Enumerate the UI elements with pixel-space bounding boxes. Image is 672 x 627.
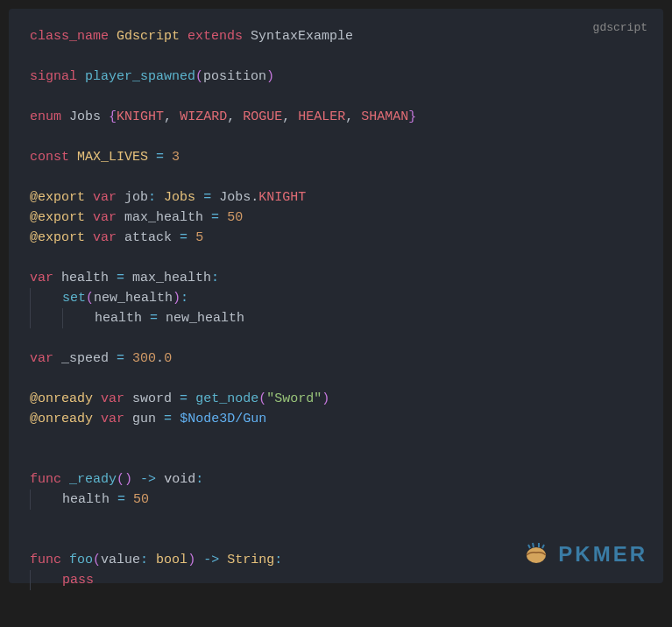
code-line-empty [30,328,642,349]
keyword-var: var [93,230,117,245]
keyword-var: var [93,210,117,225]
string: "Sword" [266,391,322,406]
code-line: pass [30,570,642,590]
var-ref: health [62,492,110,507]
enum-value: ROGUE [243,109,282,124]
paren: ( [258,391,266,406]
keyword-var: var [101,412,124,426]
enum-name: Jobs [69,109,101,124]
signal-name: player_spawned [85,69,195,84]
keyword-enum: enum [30,109,61,124]
keyword-signal: signal [30,69,77,84]
code-line-empty [30,46,642,67]
indent-guide [30,570,62,590]
var-name: attack [124,230,172,245]
operator-eq: = [117,492,125,507]
constant-name: MAX_LIVES [77,150,148,165]
paren: ) [124,472,132,487]
svg-line-4 [542,545,544,548]
param: new_health [94,291,173,306]
code-line-empty [30,167,642,187]
code-line-empty [30,248,642,268]
code-line: enum Jobs {KNIGHT, WIZARD, ROGUE, HEALER… [30,107,642,127]
indent-guide [30,288,62,308]
code-line: var _speed = 300.0 [30,349,642,369]
paren: ) [173,291,180,306]
paren: ) [266,69,274,84]
code-line-empty [30,429,642,449]
var-ref: health [95,311,142,326]
code-line-empty [30,127,642,147]
code-line: @export var attack = 5 [30,228,642,248]
enum-value: WIZARD [180,109,227,124]
annotation-export: @export [30,210,85,225]
colon: : [180,291,188,306]
class-name: Gdscript [117,29,180,44]
indent-guide [30,308,62,328]
var-name: sword [132,391,172,406]
keyword-var: var [93,190,117,205]
code-line: @export var job: Jobs = Jobs.KNIGHT [30,187,642,208]
number: 0 [164,351,172,366]
keyword-const: const [30,150,69,165]
code-line: func _ready() -> void: [30,469,642,490]
number: 50 [227,210,243,225]
arrow: -> [203,553,219,567]
base-class: SyntaxExample [251,29,353,44]
comma: , [227,109,235,124]
arrow: -> [140,472,156,487]
annotation-onready: @onready [30,412,93,426]
var-name: max_health [124,210,203,225]
param: value [101,553,140,567]
operator-eq: = [180,230,187,245]
code-line-empty [30,510,642,530]
param: position [203,69,266,84]
colon: : [148,190,156,205]
dot: . [251,190,258,205]
keyword-var: var [30,351,53,366]
number: 5 [195,230,203,245]
type-name: Jobs [164,190,195,205]
operator-eq: = [180,391,187,406]
var-name: job [124,190,148,205]
paren: ) [187,553,195,567]
number: 3 [172,150,180,165]
enum-ref: Jobs [219,190,251,205]
colon: : [211,271,219,285]
type-string: String [227,553,274,567]
annotation-export: @export [30,230,85,245]
indent-guide [30,490,62,510]
paren: ( [117,472,124,487]
code-line: @onready var sword = get_node("Sword") [30,389,642,409]
operator-eq: = [156,150,164,165]
paren: ( [195,69,203,84]
pkmer-logo-icon [521,541,551,567]
function-name: _ready [69,472,117,487]
code-line: var health = max_health: [30,268,642,288]
indent-guide [62,308,95,328]
watermark: PKMER [521,541,647,567]
code-line: health = new_health [30,308,642,328]
code-line: @onready var gun = $Node3D/Gun [30,409,642,429]
code-line: set(new_health): [30,288,642,308]
svg-line-2 [533,543,534,547]
number: 50 [133,492,149,507]
code-line-empty [30,87,642,107]
var-name: _speed [61,351,109,366]
dot: . [156,351,164,366]
svg-point-0 [527,547,546,563]
type-void: void [164,472,195,487]
code-line: const MAX_LIVES = 3 [30,147,642,167]
number: 300 [132,351,156,366]
keyword-var: var [30,271,53,285]
enum-value: KNIGHT [117,109,164,124]
colon: : [274,553,282,567]
var-name: health [61,271,109,285]
keyword-set: set [62,291,86,306]
annotation-onready: @onready [30,391,93,406]
operator-eq: = [117,271,124,285]
svg-line-1 [528,545,530,548]
comma: , [164,109,172,124]
paren: ( [86,291,94,306]
keyword-class-name: class_name [30,29,109,44]
